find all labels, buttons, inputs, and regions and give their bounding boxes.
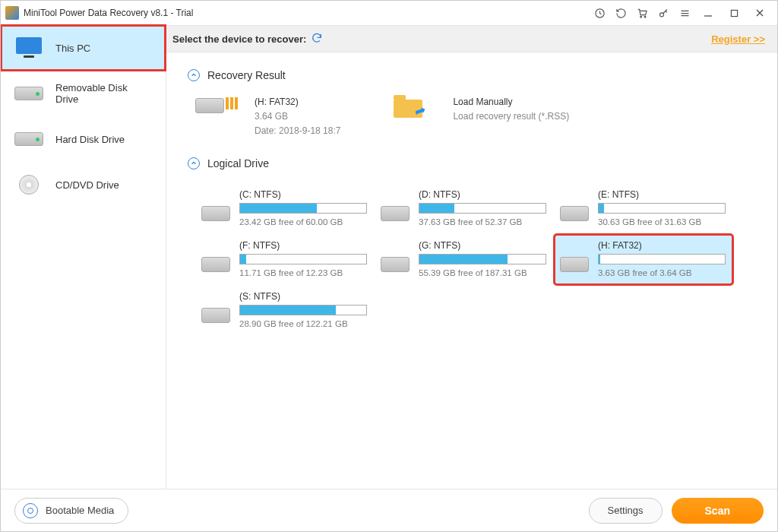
drive-card[interactable]: (H: FAT32) 3.63 GB free of 3.64 GB: [554, 234, 733, 285]
svg-point-3: [659, 12, 663, 16]
drive-usage-bar: [598, 203, 726, 214]
menu-icon[interactable]: [674, 2, 695, 24]
monitor-icon: [14, 37, 43, 59]
svg-point-1: [640, 16, 642, 17]
title-bar: MiniTool Power Data Recovery v8.1 - Tria…: [1, 1, 777, 25]
register-link[interactable]: Register >>: [711, 33, 765, 45]
sidebar-item-label: This PC: [55, 43, 90, 54]
drive-card[interactable]: (C: NTFS) 23.42 GB free of 60.00 GB: [195, 183, 375, 234]
drive-free-text: 55.39 GB free of 187.31 GB: [419, 268, 546, 277]
section-title: Logical Drive: [207, 157, 269, 169]
collapse-icon: [188, 157, 200, 169]
collapse-icon: [188, 69, 200, 81]
drive-icon: [381, 206, 410, 221]
drive-name: (S: NTFS): [239, 291, 367, 302]
recovery-drive-date: Date: 2018-9-18 18:7: [255, 124, 340, 138]
drive-icon: [381, 257, 410, 272]
sidebar-item-removable[interactable]: Removable Disk Drive: [1, 71, 166, 116]
sidebar: This PC Removable Disk Drive Hard Disk D…: [1, 25, 166, 489]
drive-free-text: 11.71 GB free of 12.23 GB: [239, 268, 367, 277]
content-area: Recovery Result (H: FAT32) 3.64 GB Date:…: [166, 52, 777, 489]
drive-name: (H: FAT32): [598, 240, 726, 251]
section-title: Recovery Result: [207, 69, 286, 81]
hard-drive-icon: [14, 128, 43, 150]
drive-free-text: 3.63 GB free of 3.64 GB: [598, 268, 726, 277]
drive-card[interactable]: (G: NTFS) 55.39 GB free of 187.31 GB: [375, 234, 554, 285]
update-icon[interactable]: [610, 2, 631, 24]
section-header-recovery[interactable]: Recovery Result: [188, 69, 756, 81]
svg-rect-4: [731, 10, 737, 16]
load-manually-subtitle: Load recovery result (*.RSS): [453, 109, 569, 124]
sidebar-item-label: CD/DVD Drive: [55, 179, 119, 191]
drive-icon: [201, 308, 230, 323]
load-manually-card[interactable]: ➦ Load Manually Load recovery result (*.…: [394, 95, 569, 139]
drive-card[interactable]: (S: NTFS) 28.90 GB free of 122.21 GB: [195, 285, 375, 336]
load-manually-title: Load Manually: [453, 95, 569, 109]
drive-usage-bar: [239, 305, 367, 315]
target-icon: [23, 503, 38, 518]
app-logo-icon: [5, 6, 19, 20]
scan-button[interactable]: Scan: [672, 498, 764, 524]
refresh-icon[interactable]: [311, 32, 323, 46]
drive-card[interactable]: (F: NTFS) 11.71 GB free of 12.23 GB: [195, 234, 375, 285]
subheader-label: Select the device to recover:: [172, 33, 306, 45]
key-icon[interactable]: [653, 2, 674, 24]
drive-card[interactable]: (E: NTFS) 30.63 GB free of 31.63 GB: [554, 183, 733, 234]
drive-name: (D: NTFS): [419, 189, 546, 200]
drive-name: (C: NTFS): [239, 189, 367, 200]
drive-icon: [560, 206, 589, 221]
clock-icon[interactable]: [589, 2, 610, 24]
drive-usage-bar: [239, 254, 367, 264]
drive-free-text: 37.63 GB free of 52.37 GB: [419, 217, 546, 226]
minimize-button[interactable]: [695, 2, 721, 24]
sidebar-item-label: Removable Disk Drive: [55, 82, 152, 105]
drive-usage-bar: [239, 203, 367, 214]
drive-icon: [201, 206, 230, 221]
drive-icon: [201, 257, 230, 272]
removable-drive-icon: [14, 83, 43, 104]
settings-button[interactable]: Settings: [589, 498, 663, 524]
drive-name: (F: NTFS): [239, 240, 367, 251]
sidebar-item-cd-dvd[interactable]: CD/DVD Drive: [1, 162, 166, 207]
recovery-drive-name: (H: FAT32): [255, 95, 340, 109]
section-header-logical[interactable]: Logical Drive: [188, 157, 756, 169]
maximize-button[interactable]: [721, 2, 747, 24]
footer: Bootable Media Settings Scan: [1, 489, 777, 531]
drive-free-text: 30.63 GB free of 31.63 GB: [598, 217, 726, 226]
folder-import-icon: ➦: [394, 95, 422, 118]
drive-usage-bar: [419, 254, 546, 264]
svg-point-2: [644, 16, 646, 17]
drive-name: (G: NTFS): [419, 240, 546, 251]
drive-card[interactable]: (D: NTFS) 37.63 GB free of 52.37 GB: [375, 183, 554, 234]
drive-free-text: 23.42 GB free of 60.00 GB: [239, 217, 367, 226]
window-title: MiniTool Power Data Recovery v8.1 - Tria…: [24, 8, 193, 18]
drive-icon: [195, 98, 224, 113]
drive-free-text: 28.90 GB free of 122.21 GB: [239, 319, 367, 328]
drive-icon: [560, 257, 589, 272]
sidebar-item-label: Hard Disk Drive: [55, 134, 125, 145]
sidebar-item-hard-drive[interactable]: Hard Disk Drive: [1, 116, 166, 162]
recovery-result-card[interactable]: (H: FAT32) 3.64 GB Date: 2018-9-18 18:7: [195, 95, 340, 139]
recovery-drive-size: 3.64 GB: [255, 109, 340, 124]
sidebar-item-this-pc[interactable]: This PC: [1, 25, 166, 71]
close-button[interactable]: [747, 2, 773, 24]
drive-usage-bar: [419, 203, 546, 214]
bootable-media-label: Bootable Media: [46, 505, 114, 516]
drive-name: (E: NTFS): [598, 189, 726, 200]
disc-icon: [14, 174, 43, 195]
recovery-data-icon: [226, 97, 239, 109]
drive-usage-bar: [598, 254, 726, 264]
cart-icon[interactable]: [631, 2, 653, 24]
bootable-media-button[interactable]: Bootable Media: [14, 498, 128, 524]
